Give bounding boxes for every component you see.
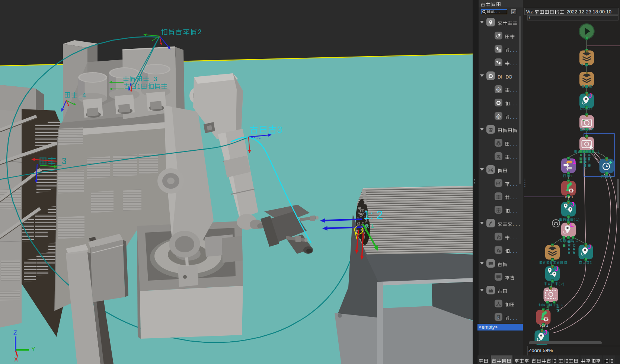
svg-text:2: 2 xyxy=(198,28,202,36)
svg-text:.: . xyxy=(513,182,514,187)
svg-text:.: . xyxy=(516,249,517,254)
svg-text:.: . xyxy=(494,10,495,13)
svg-text:): ) xyxy=(563,282,564,286)
svg-text:3: 3 xyxy=(277,125,282,135)
svg-text:.: . xyxy=(510,141,511,147)
svg-text:.: . xyxy=(510,155,511,160)
svg-text:.: . xyxy=(513,208,514,214)
svg-text:.: . xyxy=(513,155,514,160)
svg-text:(: ( xyxy=(574,218,575,221)
svg-text:.: . xyxy=(496,10,498,13)
svg-text:TCP2: TCP2 xyxy=(539,323,548,328)
svg-text:1: 1 xyxy=(561,303,563,307)
svg-text:L: L xyxy=(570,222,574,228)
svg-text:.: . xyxy=(510,208,511,214)
svg-text:.: . xyxy=(510,235,511,240)
svg-text:1: 1 xyxy=(576,239,578,242)
svg-text:X: X xyxy=(14,356,18,363)
svg-text:.: . xyxy=(513,101,514,106)
svg-text:3: 3 xyxy=(153,76,157,83)
svg-text:DI: DI xyxy=(498,116,500,118)
svg-text:.: . xyxy=(516,222,517,227)
svg-text:1: 1 xyxy=(591,106,592,110)
svg-text:1: 1 xyxy=(576,218,578,221)
svg-text:.: . xyxy=(510,195,511,200)
svg-text:.: . xyxy=(516,182,517,187)
svg-text:Z: Z xyxy=(13,330,17,336)
svg-text:1: 1 xyxy=(570,174,572,178)
svg-text:.: . xyxy=(516,48,517,53)
svg-text:.: . xyxy=(516,235,517,240)
svg-text:.: . xyxy=(516,208,517,214)
svg-text:1: 1 xyxy=(137,83,140,90)
svg-text:2: 2 xyxy=(590,261,592,264)
svg-text:0: 1: 0: 1 xyxy=(365,223,374,229)
svg-text:.: . xyxy=(513,141,514,147)
svg-text:4: 4 xyxy=(82,92,86,99)
svg-text:_: _ xyxy=(56,156,62,166)
svg-text:(: ( xyxy=(559,282,560,286)
svg-text:I: I xyxy=(501,74,502,80)
svg-text:.: . xyxy=(513,222,514,227)
svg-text:_: _ xyxy=(595,150,597,153)
svg-text:.: . xyxy=(516,195,517,200)
svg-text:): ) xyxy=(578,218,579,221)
svg-text:.: . xyxy=(510,88,511,93)
svg-text:.: . xyxy=(513,48,514,53)
svg-text:34: 34 xyxy=(497,317,499,319)
svg-text:.: . xyxy=(516,88,517,93)
svg-text:.: . xyxy=(516,155,517,160)
svg-text:.: . xyxy=(516,101,517,106)
svg-text:.: . xyxy=(510,115,511,120)
svg-text:_: _ xyxy=(78,92,82,99)
svg-text:.: . xyxy=(516,141,517,147)
svg-text:.: . xyxy=(516,61,517,66)
svg-text:J: J xyxy=(555,266,558,272)
svg-text:.: . xyxy=(513,235,514,240)
svg-text:.: . xyxy=(513,249,514,254)
svg-text:.: . xyxy=(513,88,514,93)
svg-text:.: . xyxy=(510,249,511,254)
svg-text:.: . xyxy=(510,48,511,53)
svg-text:J: J xyxy=(588,244,591,250)
svg-text:.: . xyxy=(513,195,514,200)
svg-text:.: . xyxy=(513,316,514,321)
svg-text:J: J xyxy=(571,201,574,208)
svg-text:.: . xyxy=(513,115,514,120)
svg-text:O: O xyxy=(509,74,512,80)
svg-text:DI: DI xyxy=(497,88,499,91)
svg-text:TCP1: TCP1 xyxy=(564,195,573,199)
svg-text:.: . xyxy=(510,316,511,321)
svg-text:.: . xyxy=(513,61,514,66)
svg-text:.: . xyxy=(499,10,500,13)
svg-text:.: . xyxy=(510,101,511,106)
svg-text:1: 1 xyxy=(572,159,576,165)
svg-text:1: 2: 1: 2 xyxy=(364,208,383,221)
svg-text:1: 1 xyxy=(597,150,599,153)
svg-text:.: . xyxy=(519,222,520,227)
svg-text:.: . xyxy=(516,115,517,120)
svg-text:3: 3 xyxy=(62,156,67,166)
svg-text:_: _ xyxy=(149,76,153,83)
svg-text:.: . xyxy=(510,61,511,66)
svg-text:Y: Y xyxy=(31,346,35,352)
svg-text:2: 2 xyxy=(561,282,563,286)
svg-text:.: . xyxy=(516,316,517,321)
svg-text:J: J xyxy=(544,329,547,336)
svg-text:J: J xyxy=(589,93,592,99)
svg-text:.: . xyxy=(510,182,511,187)
